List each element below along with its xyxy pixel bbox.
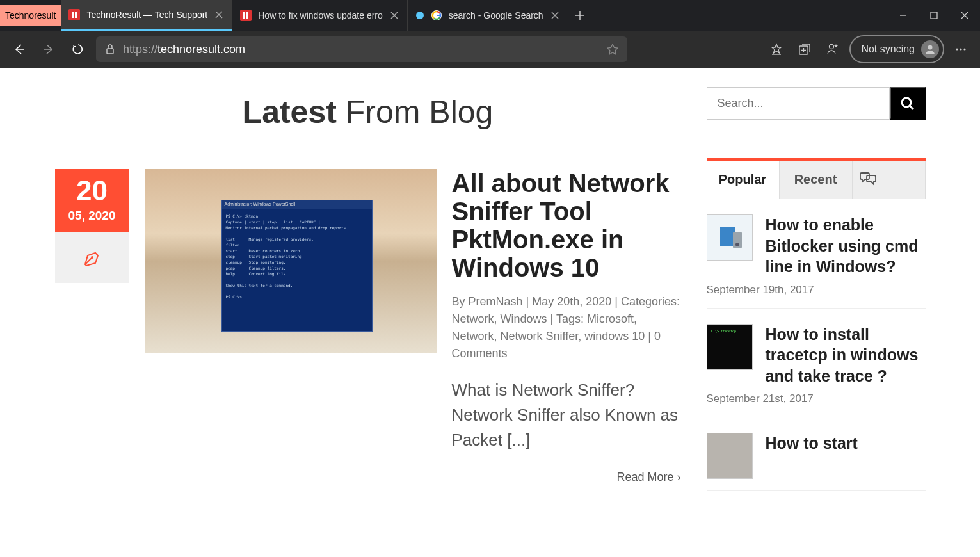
tab-close-button[interactable] xyxy=(389,10,399,20)
sync-button[interactable]: Not syncing xyxy=(849,35,944,63)
category-link[interactable]: Windows xyxy=(501,312,547,325)
minimize-icon xyxy=(899,12,907,19)
post-format-badge xyxy=(55,232,129,283)
profile-avatar-icon xyxy=(921,40,939,58)
close-icon xyxy=(390,12,398,19)
favicon-google-icon xyxy=(431,10,442,21)
url-protocol: https:// xyxy=(123,43,157,56)
sidebar: Popular Recent How to enable Bitlocker u… xyxy=(707,87,926,491)
tab-title: search - Google Search xyxy=(449,10,543,20)
title-bar: Technoresult TechnoResult — Tech Support… xyxy=(0,0,980,31)
main-column: Latest From Blog 20 05, 2020 Administrat… xyxy=(55,87,681,491)
svg-point-18 xyxy=(902,98,911,107)
person-button[interactable] xyxy=(821,38,844,61)
read-more-wrapper: Read More › xyxy=(452,471,681,484)
tab-googlesearch[interactable]: search - Google Search xyxy=(408,0,568,31)
page-content: Latest From Blog 20 05, 2020 Administrat… xyxy=(0,68,980,557)
svg-point-6 xyxy=(416,12,424,19)
popular-thumb[interactable]: C:\> tracetcp xyxy=(707,324,753,370)
maximize-button[interactable] xyxy=(919,5,949,26)
popular-date: September 21st, 2017 xyxy=(707,392,926,405)
refresh-button[interactable] xyxy=(67,38,90,61)
new-tab-button[interactable] xyxy=(568,0,591,31)
back-button[interactable] xyxy=(8,38,31,61)
popular-thumb[interactable] xyxy=(707,433,753,479)
tag-link[interactable]: Network xyxy=(452,330,494,343)
post-meta: By PremNash | May 20th, 2020 | Categorie… xyxy=(452,293,681,362)
svg-text:C:\> tracetcp: C:\> tracetcp xyxy=(711,329,736,334)
popular-date: September 19th, 2017 xyxy=(707,284,926,296)
svg-rect-9 xyxy=(931,12,937,19)
svg-point-12 xyxy=(830,45,834,49)
person-star-icon xyxy=(826,43,839,56)
collections-button[interactable] xyxy=(793,38,816,61)
forward-button[interactable] xyxy=(37,38,60,61)
menu-button[interactable] xyxy=(949,38,972,61)
post-date-rest: 05, 2020 xyxy=(59,209,125,223)
close-window-button[interactable] xyxy=(949,5,980,26)
minimize-button[interactable] xyxy=(888,5,919,26)
star-icon xyxy=(607,44,618,55)
svg-point-17 xyxy=(91,256,93,259)
tab-popular[interactable]: Popular xyxy=(707,161,780,199)
tag-link[interactable]: Network Sniffer xyxy=(501,330,579,343)
star-lines-icon xyxy=(770,43,783,56)
category-link[interactable]: Network xyxy=(452,312,494,325)
post-featured-image[interactable]: Administrator: Windows PowerShell PS C:\… xyxy=(145,169,437,353)
svg-rect-2 xyxy=(75,12,77,18)
svg-rect-1 xyxy=(72,12,74,18)
read-more-link[interactable]: Read More › xyxy=(616,471,680,483)
tag-link[interactable]: windows 10 xyxy=(584,330,645,343)
blog-post: 20 05, 2020 Administrator: Windows Power… xyxy=(55,169,681,484)
chat-bubbles-icon xyxy=(859,172,877,188)
arrow-left-icon xyxy=(13,43,26,56)
svg-rect-4 xyxy=(243,12,245,19)
overlay-label: Technoresult xyxy=(0,5,61,26)
plus-icon xyxy=(575,10,585,20)
svg-point-15 xyxy=(960,48,961,50)
tag-link[interactable]: Microsoft xyxy=(587,312,634,325)
svg-point-16 xyxy=(963,48,965,50)
search-button[interactable] xyxy=(890,87,926,120)
popular-link[interactable]: How to install tracetcp in windows and t… xyxy=(766,325,919,385)
popular-thumb[interactable] xyxy=(707,214,753,261)
tab-technoresult[interactable]: TechnoResult — Tech Support xyxy=(61,0,232,31)
search-input[interactable] xyxy=(707,87,890,120)
address-bar[interactable]: https://technoresult.com xyxy=(96,36,627,62)
favorite-button[interactable] xyxy=(607,44,618,55)
chevron-right-icon: › xyxy=(677,471,681,483)
window-controls xyxy=(888,5,980,26)
favorites-button[interactable] xyxy=(765,38,788,61)
svg-rect-10 xyxy=(107,49,113,54)
svg-point-13 xyxy=(928,45,933,50)
popular-link[interactable]: How to enable Bitlocker using cmd line i… xyxy=(766,216,919,275)
svg-rect-8 xyxy=(437,15,440,16)
tabs-widget: Popular Recent How to enable Bitlocker u… xyxy=(707,158,926,491)
popular-title: How to start xyxy=(766,433,858,454)
post-title-link[interactable]: All about Network Sniffer Tool PktMon.ex… xyxy=(452,169,670,282)
browser-chrome: Technoresult TechnoResult — Tech Support… xyxy=(0,0,980,68)
popular-title: How to enable Bitlocker using cmd line i… xyxy=(766,214,926,277)
popular-item: How to start xyxy=(707,417,926,491)
favicon-technoresult-icon xyxy=(240,10,252,21)
svg-point-14 xyxy=(956,48,958,50)
tab-recent[interactable]: Recent xyxy=(780,161,853,199)
toolbar-right: Not syncing xyxy=(765,35,972,63)
search-icon xyxy=(900,96,915,111)
tab-close-button[interactable] xyxy=(550,10,560,20)
post-excerpt: What is Network Sniffer? Network Sniffer… xyxy=(452,378,681,453)
tab-comments[interactable] xyxy=(853,161,926,199)
arrow-right-icon xyxy=(42,43,55,56)
popular-item: How to enable Bitlocker using cmd line i… xyxy=(707,199,926,309)
post-title: All about Network Sniffer Tool PktMon.ex… xyxy=(452,169,681,282)
post-text-content: All about Network Sniffer Tool PktMon.ex… xyxy=(452,169,681,484)
terminal-screenshot: Administrator: Windows PowerShell PS C:\… xyxy=(221,200,373,332)
svg-rect-0 xyxy=(68,9,80,20)
close-icon xyxy=(960,11,969,20)
popular-link[interactable]: How to start xyxy=(766,434,858,452)
tab-howtofix[interactable]: How to fix windows update erro xyxy=(232,0,408,31)
post-author-link[interactable]: PremNash xyxy=(469,295,523,308)
tab-close-button[interactable] xyxy=(214,10,224,20)
post-date-badge: 20 05, 2020 xyxy=(55,169,129,232)
pen-nib-icon xyxy=(81,246,103,268)
